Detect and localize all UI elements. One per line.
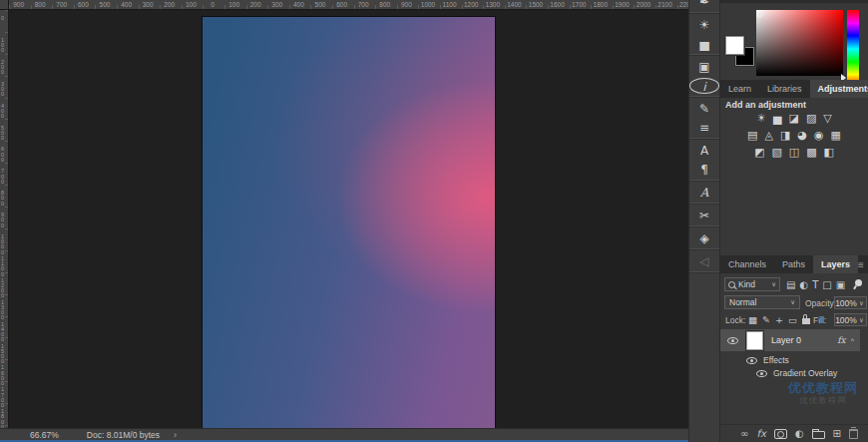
layer-filter-kind-dropdown[interactable]: Kind ∨ xyxy=(724,277,780,291)
adjustments-icon[interactable]: ☀ xyxy=(689,17,719,33)
lock-label: Lock: xyxy=(725,315,745,325)
ruler-label: 9 0 0 xyxy=(1,213,4,228)
curves-icon[interactable]: ◪ xyxy=(789,112,799,126)
timeline-icon[interactable]: ◁ xyxy=(689,253,719,269)
invert-icon[interactable]: ◩ xyxy=(754,146,764,160)
color-saturation-field[interactable] xyxy=(756,10,843,76)
effects-row[interactable]: Effects xyxy=(746,355,789,365)
ruler-label: 500 xyxy=(95,0,115,9)
paragraph-icon[interactable]: ¶ xyxy=(689,162,719,178)
opacity-value-field[interactable]: 100% xyxy=(834,296,858,309)
tab-paths[interactable]: Paths xyxy=(774,255,813,273)
tab-learn[interactable]: Learn xyxy=(720,80,759,98)
collapse-effects-chevron-icon[interactable]: ^ xyxy=(851,337,854,344)
tool-presets-icon[interactable]: ≡ xyxy=(689,120,719,136)
lock-transparent-pixels-icon[interactable]: ▦ xyxy=(748,314,757,325)
tab-libraries[interactable]: Libraries xyxy=(759,80,810,98)
vibrance-icon[interactable]: ▽ xyxy=(823,112,831,126)
levels-icon[interactable]: ▅ xyxy=(773,112,781,126)
status-options-chevron-icon[interactable]: › xyxy=(174,430,177,440)
new-group-icon[interactable] xyxy=(812,431,825,439)
gradient-map-icon[interactable]: ▩ xyxy=(806,146,816,160)
layer-style-icon[interactable]: fx xyxy=(756,428,765,440)
vertical-ruler[interactable]: 01 0 02 0 03 0 04 0 05 0 06 0 07 0 08 0 … xyxy=(0,10,9,428)
color-balance-icon[interactable]: ◬ xyxy=(764,129,772,143)
tab-channels[interactable]: Channels xyxy=(720,255,774,273)
glyphs-icon[interactable]: A xyxy=(689,185,719,201)
filter-pixel-layers-icon[interactable]: ▤ xyxy=(786,279,795,290)
filter-type-layers-icon[interactable]: T xyxy=(812,279,818,290)
layer-thumbnail[interactable] xyxy=(746,331,763,350)
tab-layers[interactable]: Layers xyxy=(813,255,858,273)
add-layer-mask-icon[interactable] xyxy=(774,429,787,439)
history-icon[interactable]: ✒ xyxy=(689,0,719,10)
status-bar: 66.67% Doc: 8.01M/0 bytes › xyxy=(0,428,688,440)
threshold-icon[interactable]: ◫ xyxy=(789,146,799,160)
lock-all-icon[interactable] xyxy=(802,318,810,324)
horizontal-ruler[interactable]: 9008007006005004003002001000100200300400… xyxy=(9,0,688,10)
link-layers-icon[interactable]: ∞ xyxy=(740,428,748,440)
lock-position-icon[interactable]: + xyxy=(775,314,783,325)
layer-name[interactable]: Layer 0 xyxy=(771,335,801,345)
gradient-overlay-visibility-eye-icon[interactable] xyxy=(756,370,767,377)
channel-mixer-icon[interactable]: ◉ xyxy=(814,129,824,143)
filter-shape-layers-icon[interactable]: □ xyxy=(822,279,831,290)
panel-menu-icon[interactable]: ≡ xyxy=(858,259,864,270)
fill-value-field[interactable]: 100% xyxy=(834,313,858,326)
histogram-icon[interactable]: ▅ xyxy=(689,36,719,52)
adjustment-icons-row: ▤◬◨◕◉▦ xyxy=(720,127,868,144)
selective-color-icon[interactable]: ◧ xyxy=(824,146,834,160)
tab-adjustments[interactable]: Adjustments xyxy=(810,80,868,98)
lock-image-pixels-icon[interactable]: ✎ xyxy=(762,314,770,325)
document-size-info[interactable]: Doc: 8.01M/0 bytes xyxy=(87,430,160,440)
collapsed-panel-dock: ✒☀▅▣i✎≡A¶A✂◈◁ xyxy=(688,0,720,442)
hue-slider[interactable] xyxy=(847,10,859,88)
ruler-label: 6 0 0 xyxy=(1,147,4,163)
ruler-label: 1 0 0 xyxy=(1,38,4,54)
clone-source-icon[interactable]: ▣ xyxy=(689,59,719,75)
hue-saturation-icon[interactable]: ▤ xyxy=(747,129,757,143)
info-icon[interactable]: i xyxy=(689,78,719,94)
photo-filter-icon[interactable]: ◕ xyxy=(797,129,807,143)
black-white-icon[interactable]: ◨ xyxy=(780,129,790,143)
gradient-overlay-row[interactable]: Gradient Overlay xyxy=(756,368,837,378)
ruler-label: 5 0 0 xyxy=(1,126,4,142)
lock-artboard-icon[interactable]: ▭ xyxy=(788,314,797,325)
fill-chevron[interactable]: ∨ xyxy=(857,313,867,326)
dock-divider xyxy=(688,180,720,182)
chevron-down-icon: ∨ xyxy=(790,298,795,306)
zoom-level-field[interactable]: 66.67% xyxy=(30,430,59,440)
layer-row-selected[interactable]: Layer 0 fx ^ xyxy=(720,329,860,351)
color-lookup-icon[interactable]: ▦ xyxy=(831,129,841,143)
character-icon[interactable]: A xyxy=(689,143,719,159)
layer-visibility-eye-icon[interactable] xyxy=(727,337,738,344)
exposure-icon[interactable]: ▨ xyxy=(806,112,816,126)
ruler-label: 1 5 0 0 xyxy=(1,344,4,365)
blend-mode-dropdown[interactable]: Normal ∨ xyxy=(724,295,800,309)
ruler-label: 1 6 0 0 xyxy=(1,365,4,386)
new-layer-icon[interactable]: ⊞ xyxy=(833,428,841,440)
filter-adjustment-layers-icon[interactable]: ◐ xyxy=(799,279,808,290)
brightness-contrast-icon[interactable]: ☀ xyxy=(756,112,766,126)
canvas-document[interactable] xyxy=(203,17,495,428)
delete-layer-icon[interactable] xyxy=(849,429,858,439)
ruler-origin-corner[interactable] xyxy=(0,0,9,10)
brush-settings-icon[interactable]: ✎ xyxy=(689,101,719,117)
foreground-color-swatch[interactable] xyxy=(725,36,744,55)
filter-smart-objects-icon[interactable]: ▣ xyxy=(836,279,845,290)
measurement-log-icon[interactable]: ✂ xyxy=(689,208,719,223)
ruler-label: 1 2 0 0 xyxy=(1,278,4,299)
layer-fx-badge[interactable]: fx xyxy=(837,335,845,345)
dock-divider xyxy=(688,96,720,98)
effects-visibility-eye-icon[interactable] xyxy=(746,357,757,364)
new-adjustment-layer-icon[interactable]: ◐ xyxy=(795,428,804,440)
opacity-chevron[interactable]: ∨ xyxy=(857,296,867,309)
ruler-label: 1300 xyxy=(483,0,503,9)
dock-divider xyxy=(688,248,720,250)
layer-filtering-toggle[interactable] xyxy=(855,279,862,286)
posterize-icon[interactable]: ▧ xyxy=(771,146,781,160)
dock-divider xyxy=(688,271,720,273)
3d-icon[interactable]: ◈ xyxy=(689,230,719,246)
color-picker-marker[interactable] xyxy=(756,10,763,17)
ruler-label: 500 xyxy=(310,0,330,9)
